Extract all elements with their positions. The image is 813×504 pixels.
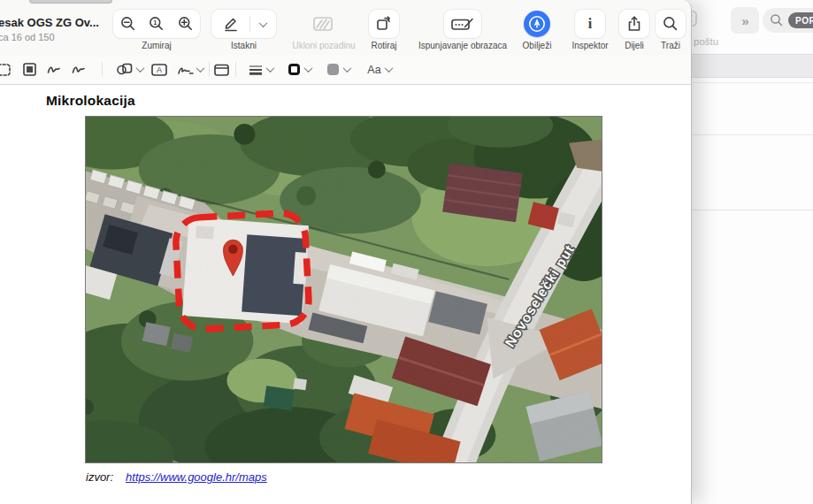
background-mail-window: poštu » POR	[681, 0, 813, 504]
text-tool-button[interactable]: A	[149, 55, 170, 84]
search-label: Traži	[648, 41, 694, 50]
highlight-button[interactable]	[212, 10, 249, 38]
note-tool-button[interactable]	[211, 55, 232, 84]
zoom-button-group: 1	[113, 10, 200, 38]
svg-text:1: 1	[153, 19, 157, 27]
highlight-button-group	[211, 10, 276, 38]
remove-background-button[interactable]	[307, 11, 339, 36]
zoom-out-button[interactable]	[113, 10, 142, 38]
inspector-button[interactable]: i	[575, 10, 605, 38]
satellite-map-image: Novoselečki put	[85, 116, 602, 463]
search-button[interactable]	[656, 10, 686, 38]
filled-rect-icon	[22, 62, 37, 77]
square-arrow-up-icon	[625, 14, 643, 34]
fill-forms-label: Ispunjavanje obrazaca	[405, 41, 520, 50]
draw-tool-button[interactable]	[69, 55, 88, 84]
magnifier-one-icon: 1	[148, 15, 165, 33]
toolbar-divider	[102, 62, 103, 77]
magnifier-plus-icon	[177, 15, 195, 33]
gray-square-chip-icon	[327, 64, 339, 75]
selection-rect-icon	[0, 63, 12, 77]
search-icon	[769, 12, 785, 28]
window-title: esak OGS ZG Ov...	[0, 16, 99, 29]
info-i-icon: i	[588, 16, 592, 32]
border-color-button[interactable]	[283, 55, 317, 84]
magnifier-minus-icon	[119, 15, 137, 33]
toolbar-divider	[209, 62, 210, 77]
document-page: Mikrolokacija	[0, 85, 691, 504]
line-weight-button[interactable]	[244, 55, 276, 84]
shapes-tool-button[interactable]	[113, 55, 145, 84]
mail-row-divider	[681, 210, 813, 210]
zoom-group-label: Zumiraj	[113, 41, 200, 50]
window-rect-icon	[213, 63, 230, 77]
actual-size-button[interactable]: 1	[142, 10, 171, 38]
overflow-chevrons-button[interactable]: »	[731, 7, 759, 34]
chevron-down-icon	[384, 64, 393, 73]
fill-forms-button[interactable]	[444, 10, 481, 38]
search-token-badge[interactable]: POR	[788, 12, 813, 28]
title-toolbar: esak OGS ZG Ov... ca 16 od 150 1	[0, 0, 691, 55]
marker-pen-icon	[221, 15, 241, 33]
mail-row-divider	[681, 82, 813, 83]
document-heading: Mikrolokacija	[46, 93, 135, 109]
text-style-label: Aa	[367, 64, 380, 76]
background-partial-text: poštu	[694, 36, 718, 47]
signature-icon	[177, 63, 195, 77]
line-weights-icon	[248, 64, 264, 76]
mail-row-divider	[681, 134, 813, 135]
text-box-a-icon: A	[150, 63, 168, 77]
markup-toolbar: A	[0, 55, 691, 85]
markup-button[interactable]	[524, 11, 550, 37]
svg-text:A: A	[157, 65, 162, 74]
chevron-down-icon	[135, 64, 144, 73]
overlapping-shapes-icon	[116, 62, 134, 77]
squiggle-icon	[47, 63, 61, 77]
chevron-down-icon	[343, 64, 352, 73]
mail-list-header-band	[681, 54, 813, 78]
preview-window: esak OGS ZG Ov... ca 16 od 150 1	[0, 0, 692, 504]
chevron-down-icon	[265, 64, 274, 73]
search-icon	[662, 15, 679, 33]
background-window-sliver	[29, 0, 112, 4]
source-label: izvor:	[86, 470, 113, 484]
highlight-options-button[interactable]	[250, 10, 275, 38]
share-button[interactable]	[619, 10, 649, 38]
source-link[interactable]: https://www.google.hr/maps	[126, 470, 267, 484]
chevron-down-icon	[258, 19, 267, 27]
pen-nib-in-circle-icon	[526, 13, 548, 34]
chevron-down-icon	[304, 64, 313, 73]
markup-label: Obilježi	[510, 41, 564, 50]
selection-tool-button[interactable]	[0, 55, 12, 84]
redact-tool-button[interactable]	[19, 55, 39, 84]
image-hatched-icon	[311, 15, 334, 33]
chevron-down-icon	[196, 64, 205, 73]
source-line: izvor:https://www.google.hr/maps	[86, 470, 267, 484]
desktop-screen: poštu » POR esak OGS ZG Ov... ca 16 od 1…	[0, 0, 813, 504]
page-indicator: ca 16 od 150	[0, 32, 55, 42]
sketch-tool-button[interactable]	[44, 55, 64, 84]
form-field-pen-icon	[450, 15, 475, 33]
text-style-button[interactable]: Aa	[361, 55, 398, 84]
square-rotate-arrow-icon	[374, 14, 394, 34]
rotate-button[interactable]	[369, 10, 399, 38]
pen-squiggle-icon	[72, 63, 86, 77]
fill-color-button[interactable]	[322, 55, 356, 84]
signature-tool-button[interactable]	[173, 55, 207, 84]
black-square-chip-icon	[288, 64, 300, 75]
toolbar-divider	[235, 62, 236, 77]
highlight-label: Istakni	[211, 41, 276, 50]
zoom-in-button[interactable]	[171, 10, 200, 38]
background-search-field[interactable]: POR	[763, 8, 813, 33]
